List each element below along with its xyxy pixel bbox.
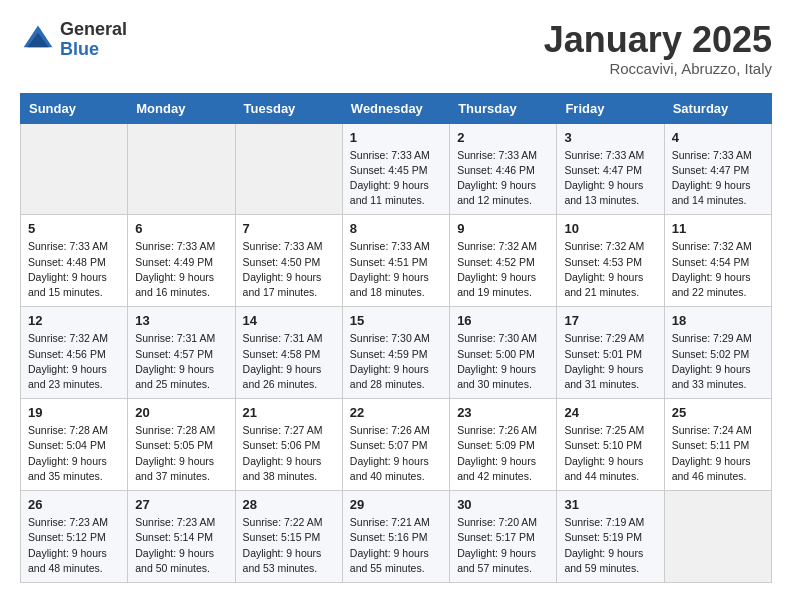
calendar-cell: 19 Sunrise: 7:28 AM Sunset: 5:04 PM Dayl… bbox=[21, 399, 128, 491]
header-day-monday: Monday bbox=[128, 93, 235, 123]
calendar-cell: 11 Sunrise: 7:32 AM Sunset: 4:54 PM Dayl… bbox=[664, 215, 771, 307]
day-info: Sunrise: 7:33 AM Sunset: 4:47 PM Dayligh… bbox=[672, 148, 764, 209]
sunrise-time: Sunrise: 7:20 AM bbox=[457, 516, 537, 528]
daylight-hours: Daylight: 9 hours and 59 minutes. bbox=[564, 547, 643, 574]
day-info: Sunrise: 7:30 AM Sunset: 5:00 PM Dayligh… bbox=[457, 331, 549, 392]
calendar-cell: 30 Sunrise: 7:20 AM Sunset: 5:17 PM Dayl… bbox=[450, 491, 557, 583]
sunrise-time: Sunrise: 7:33 AM bbox=[672, 149, 752, 161]
sunset-time: Sunset: 5:16 PM bbox=[350, 531, 428, 543]
day-number: 7 bbox=[243, 221, 335, 236]
calendar-cell: 29 Sunrise: 7:21 AM Sunset: 5:16 PM Dayl… bbox=[342, 491, 449, 583]
daylight-hours: Daylight: 9 hours and 18 minutes. bbox=[350, 271, 429, 298]
logo-text: General Blue bbox=[60, 20, 127, 60]
day-info: Sunrise: 7:22 AM Sunset: 5:15 PM Dayligh… bbox=[243, 515, 335, 576]
daylight-hours: Daylight: 9 hours and 31 minutes. bbox=[564, 363, 643, 390]
day-info: Sunrise: 7:23 AM Sunset: 5:12 PM Dayligh… bbox=[28, 515, 120, 576]
page-header: General Blue January 2025 Roccavivi, Abr… bbox=[20, 20, 772, 77]
header-day-saturday: Saturday bbox=[664, 93, 771, 123]
daylight-hours: Daylight: 9 hours and 12 minutes. bbox=[457, 179, 536, 206]
day-number: 21 bbox=[243, 405, 335, 420]
week-row-5: 26 Sunrise: 7:23 AM Sunset: 5:12 PM Dayl… bbox=[21, 491, 772, 583]
daylight-hours: Daylight: 9 hours and 50 minutes. bbox=[135, 547, 214, 574]
day-info: Sunrise: 7:26 AM Sunset: 5:07 PM Dayligh… bbox=[350, 423, 442, 484]
calendar-cell: 26 Sunrise: 7:23 AM Sunset: 5:12 PM Dayl… bbox=[21, 491, 128, 583]
daylight-hours: Daylight: 9 hours and 11 minutes. bbox=[350, 179, 429, 206]
sunrise-time: Sunrise: 7:33 AM bbox=[457, 149, 537, 161]
calendar-cell: 9 Sunrise: 7:32 AM Sunset: 4:52 PM Dayli… bbox=[450, 215, 557, 307]
daylight-hours: Daylight: 9 hours and 48 minutes. bbox=[28, 547, 107, 574]
calendar-cell bbox=[128, 123, 235, 215]
logo: General Blue bbox=[20, 20, 127, 60]
sunset-time: Sunset: 5:19 PM bbox=[564, 531, 642, 543]
day-number: 22 bbox=[350, 405, 442, 420]
calendar-table: SundayMondayTuesdayWednesdayThursdayFrid… bbox=[20, 93, 772, 583]
daylight-hours: Daylight: 9 hours and 30 minutes. bbox=[457, 363, 536, 390]
sunrise-time: Sunrise: 7:26 AM bbox=[457, 424, 537, 436]
sunrise-time: Sunrise: 7:32 AM bbox=[672, 240, 752, 252]
day-number: 25 bbox=[672, 405, 764, 420]
header-day-friday: Friday bbox=[557, 93, 664, 123]
day-info: Sunrise: 7:27 AM Sunset: 5:06 PM Dayligh… bbox=[243, 423, 335, 484]
calendar-cell: 17 Sunrise: 7:29 AM Sunset: 5:01 PM Dayl… bbox=[557, 307, 664, 399]
location: Roccavivi, Abruzzo, Italy bbox=[544, 60, 772, 77]
sunset-time: Sunset: 5:12 PM bbox=[28, 531, 106, 543]
day-number: 15 bbox=[350, 313, 442, 328]
week-row-1: 1 Sunrise: 7:33 AM Sunset: 4:45 PM Dayli… bbox=[21, 123, 772, 215]
sunset-time: Sunset: 5:04 PM bbox=[28, 439, 106, 451]
sunset-time: Sunset: 4:50 PM bbox=[243, 256, 321, 268]
week-row-3: 12 Sunrise: 7:32 AM Sunset: 4:56 PM Dayl… bbox=[21, 307, 772, 399]
sunset-time: Sunset: 4:52 PM bbox=[457, 256, 535, 268]
sunset-time: Sunset: 4:57 PM bbox=[135, 348, 213, 360]
sunrise-time: Sunrise: 7:28 AM bbox=[28, 424, 108, 436]
day-number: 28 bbox=[243, 497, 335, 512]
sunrise-time: Sunrise: 7:23 AM bbox=[135, 516, 215, 528]
sunrise-time: Sunrise: 7:24 AM bbox=[672, 424, 752, 436]
day-number: 1 bbox=[350, 130, 442, 145]
daylight-hours: Daylight: 9 hours and 25 minutes. bbox=[135, 363, 214, 390]
day-info: Sunrise: 7:33 AM Sunset: 4:49 PM Dayligh… bbox=[135, 239, 227, 300]
sunset-time: Sunset: 5:17 PM bbox=[457, 531, 535, 543]
day-info: Sunrise: 7:32 AM Sunset: 4:56 PM Dayligh… bbox=[28, 331, 120, 392]
sunrise-time: Sunrise: 7:29 AM bbox=[672, 332, 752, 344]
day-info: Sunrise: 7:21 AM Sunset: 5:16 PM Dayligh… bbox=[350, 515, 442, 576]
sunset-time: Sunset: 4:53 PM bbox=[564, 256, 642, 268]
logo-general-text: General bbox=[60, 20, 127, 40]
calendar-cell: 4 Sunrise: 7:33 AM Sunset: 4:47 PM Dayli… bbox=[664, 123, 771, 215]
calendar-cell: 31 Sunrise: 7:19 AM Sunset: 5:19 PM Dayl… bbox=[557, 491, 664, 583]
day-info: Sunrise: 7:28 AM Sunset: 5:04 PM Dayligh… bbox=[28, 423, 120, 484]
daylight-hours: Daylight: 9 hours and 53 minutes. bbox=[243, 547, 322, 574]
daylight-hours: Daylight: 9 hours and 37 minutes. bbox=[135, 455, 214, 482]
sunset-time: Sunset: 5:05 PM bbox=[135, 439, 213, 451]
day-info: Sunrise: 7:32 AM Sunset: 4:54 PM Dayligh… bbox=[672, 239, 764, 300]
calendar-cell: 1 Sunrise: 7:33 AM Sunset: 4:45 PM Dayli… bbox=[342, 123, 449, 215]
sunset-time: Sunset: 4:47 PM bbox=[672, 164, 750, 176]
sunset-time: Sunset: 5:14 PM bbox=[135, 531, 213, 543]
day-number: 13 bbox=[135, 313, 227, 328]
day-info: Sunrise: 7:19 AM Sunset: 5:19 PM Dayligh… bbox=[564, 515, 656, 576]
sunset-time: Sunset: 5:06 PM bbox=[243, 439, 321, 451]
sunrise-time: Sunrise: 7:33 AM bbox=[564, 149, 644, 161]
daylight-hours: Daylight: 9 hours and 26 minutes. bbox=[243, 363, 322, 390]
sunrise-time: Sunrise: 7:33 AM bbox=[243, 240, 323, 252]
daylight-hours: Daylight: 9 hours and 28 minutes. bbox=[350, 363, 429, 390]
day-info: Sunrise: 7:33 AM Sunset: 4:48 PM Dayligh… bbox=[28, 239, 120, 300]
calendar-cell: 3 Sunrise: 7:33 AM Sunset: 4:47 PM Dayli… bbox=[557, 123, 664, 215]
day-number: 3 bbox=[564, 130, 656, 145]
daylight-hours: Daylight: 9 hours and 55 minutes. bbox=[350, 547, 429, 574]
day-number: 8 bbox=[350, 221, 442, 236]
sunrise-time: Sunrise: 7:31 AM bbox=[243, 332, 323, 344]
sunset-time: Sunset: 4:48 PM bbox=[28, 256, 106, 268]
sunrise-time: Sunrise: 7:22 AM bbox=[243, 516, 323, 528]
sunrise-time: Sunrise: 7:30 AM bbox=[350, 332, 430, 344]
logo-icon bbox=[20, 22, 56, 58]
calendar-cell: 12 Sunrise: 7:32 AM Sunset: 4:56 PM Dayl… bbox=[21, 307, 128, 399]
day-number: 6 bbox=[135, 221, 227, 236]
sunrise-time: Sunrise: 7:27 AM bbox=[243, 424, 323, 436]
day-number: 12 bbox=[28, 313, 120, 328]
calendar-cell: 27 Sunrise: 7:23 AM Sunset: 5:14 PM Dayl… bbox=[128, 491, 235, 583]
calendar-cell: 8 Sunrise: 7:33 AM Sunset: 4:51 PM Dayli… bbox=[342, 215, 449, 307]
calendar-cell: 16 Sunrise: 7:30 AM Sunset: 5:00 PM Dayl… bbox=[450, 307, 557, 399]
calendar-cell bbox=[235, 123, 342, 215]
day-number: 14 bbox=[243, 313, 335, 328]
sunset-time: Sunset: 4:58 PM bbox=[243, 348, 321, 360]
